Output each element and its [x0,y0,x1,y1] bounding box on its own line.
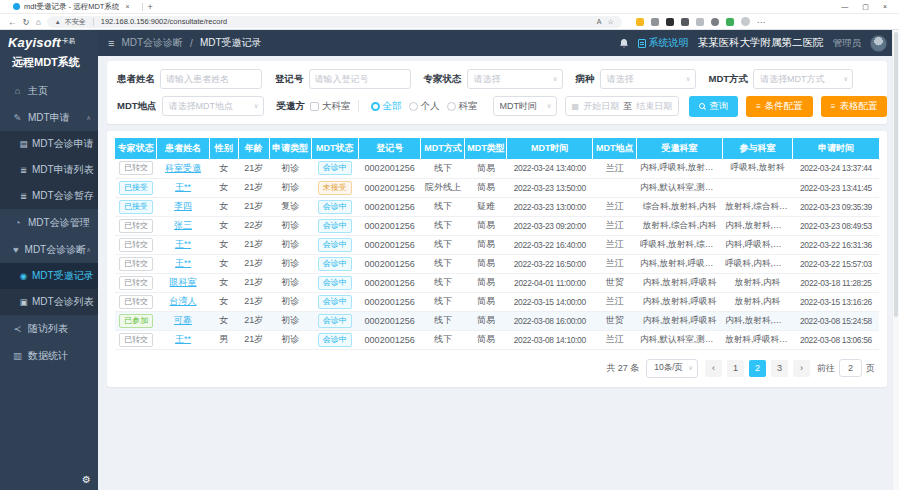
extension-icon[interactable] [726,18,734,26]
new-tab-button[interactable]: + [148,2,153,12]
sidebar-item[interactable]: ◔MDT会诊管理 [0,209,98,236]
sidebar-item[interactable]: ♥MDT会诊诊断∧ [0,236,98,263]
mdt-location-select[interactable]: 请选择MDT地点 ∨ [162,96,264,116]
extension-icon[interactable] [651,18,659,26]
table-cell: 女 [209,292,238,311]
radio-all[interactable] [371,102,380,111]
page-size-select[interactable]: 10条/页 ∨ [646,359,698,378]
expert-status-label: 专家状态 [424,73,462,86]
extension-icon[interactable] [711,18,719,26]
page-button-2[interactable]: 2 [749,360,766,377]
patient-name-link[interactable]: 王** [175,334,191,344]
sidebar-subitem[interactable]: ◉MDT受邀记录 [0,263,98,289]
table-row[interactable]: 已转交王**女21岁初诊会诊中0002001256线下简易2022-03-22 … [115,235,879,254]
back-button[interactable]: ← [8,17,17,27]
date-range-input[interactable]: ▦ 开始日期 至 结束日期 [565,96,680,116]
browser-menu-icon[interactable]: ⋯ [757,17,766,27]
read-aloud-icon[interactable]: A [597,18,602,25]
sidebar-subitem[interactable]: ≣MDT申请列表 [0,157,98,183]
extension-icon[interactable] [681,18,689,26]
table-row[interactable]: 已参加可靠女21岁初诊会诊中0002001256线下简易2022-03-08 1… [115,311,879,330]
sidebar-subitem[interactable]: ≣MDT会诊暂存 [0,183,98,209]
table-cell: 世贸 [593,311,637,330]
table-row[interactable]: 已转交科室受邀女21岁初诊会诊中0002001256线下简易2022-03-24… [115,159,879,178]
table-cell: 王** [157,254,210,273]
window-maximize-button[interactable]: ▢ [862,3,869,11]
list-icon: ≣ [18,165,29,175]
radio-department[interactable] [447,102,456,111]
big-department-label[interactable]: 大科室 [322,100,351,113]
table-row[interactable]: 已转交张三女22岁初诊会诊中0002001256线下简易2022-03-23 0… [115,216,879,235]
page-button-3[interactable]: 3 [771,360,788,377]
extension-icon[interactable] [636,18,644,26]
avatar[interactable] [870,35,887,52]
goto-page-input[interactable] [839,359,862,377]
sidebar-item[interactable]: ≺随访列表 [0,315,98,342]
patient-name-link[interactable]: 王** [175,182,191,192]
favorite-star-icon[interactable]: ☆ [607,18,613,26]
table-cell: 简易 [465,159,507,178]
mdt-mode-select[interactable]: 请选择MDT方式 ∨ [753,69,853,89]
browser-tab[interactable]: mdt受邀记录 - 远程MDT系统 × [6,1,137,13]
patient-name-link[interactable]: 台湾人 [170,296,197,306]
table-cell: 放射科,综合科,内科 [722,197,793,216]
patient-name-input[interactable] [160,69,262,89]
condition-config-button[interactable]: ≡ 条件配置 [746,96,813,117]
address-input[interactable]: ▲ 不安全 192.168.0.156:9002/consultate/reco… [47,16,622,28]
table-row[interactable]: 已转交王**女21岁初诊会诊中0002001256线下简易2022-03-22 … [115,254,879,273]
chevron-down-icon: ∨ [553,75,558,83]
bell-icon[interactable] [619,38,629,49]
patient-name-link[interactable]: 可靠 [174,315,192,325]
sidebar-item[interactable]: ▥数据统计 [0,342,98,369]
disease-select[interactable]: 请选择 ∨ [600,69,696,89]
register-no-input[interactable] [309,69,411,89]
time-field-select[interactable]: MDT时间 ∨ [493,96,557,116]
expert-status-select[interactable]: 请选择 ∨ [467,69,563,89]
radio-person[interactable] [409,102,418,111]
table-row[interactable]: 已接受李四女21岁复诊会诊中0002001256线下疑难2022-03-23 1… [115,197,879,216]
patient-name-link[interactable]: 王** [175,239,191,249]
tab-close-icon[interactable]: × [125,3,129,10]
table-config-button[interactable]: ≡ 表格配置 [821,96,888,117]
patient-name-link[interactable]: 眼科室 [170,277,197,287]
sidebar-subitem[interactable]: ▤MDT会诊申请 [0,131,98,157]
refresh-button[interactable]: ↻ [23,17,30,27]
sidebar-item[interactable]: ✎MDT申请∧ [0,104,98,131]
breadcrumb-parent[interactable]: MDT会诊诊断 [121,36,183,50]
expert-status-badge: 已转交 [119,333,153,347]
tab-favicon-icon [13,3,20,10]
extension-icon[interactable] [696,18,704,26]
patient-name-link[interactable]: 科室受邀 [165,163,201,173]
patient-name-link[interactable]: 李四 [174,201,192,211]
radio-department-label[interactable]: 科室 [459,100,478,113]
table-row[interactable]: 已转交眼科室女21岁初诊会诊中0002001256线下简易2022-04-01 … [115,273,879,292]
collapse-menu-icon[interactable]: ≡ [108,37,114,49]
next-page-button[interactable]: › [793,360,810,377]
browser-profile-icon[interactable] [741,17,750,26]
sidebar-item[interactable]: ⌂主页 [0,77,98,104]
window-minimize-button[interactable]: — [841,3,848,11]
table-row[interactable]: 已接受王**女21岁初诊未接受0002001256院外线上简易2022-03-2… [115,178,879,197]
table-cell: 线下 [421,159,465,178]
page-scrollbar[interactable] [892,30,899,490]
radio-person-label[interactable]: 个人 [421,100,440,113]
sidebar-item-label: MDT申请 [28,111,70,125]
prev-page-button[interactable]: ‹ [705,360,722,377]
big-department-checkbox[interactable] [310,102,319,111]
scrollbar-thumb[interactable] [894,32,898,317]
table-cell: 2022-03-22 16:40:00 [507,235,593,254]
page-button-1[interactable]: 1 [727,360,744,377]
window-close-button[interactable]: × [883,3,887,11]
search-button[interactable]: 查询 [689,96,738,117]
extension-icon[interactable] [666,18,674,26]
table-row[interactable]: 已转交王**男21岁初诊会诊中0002001256线下简易2022-03-08 … [115,330,879,349]
table-cell: 已接受 [115,178,157,197]
sidebar-subitem[interactable]: ▣MDT会诊列表 [0,289,98,315]
gear-icon[interactable]: ⚙ [82,474,91,485]
patient-name-link[interactable]: 张三 [174,220,192,230]
table-row[interactable]: 已转交台湾人女21岁初诊会诊中0002001256线下简易2022-03-15 … [115,292,879,311]
system-help-link[interactable]: 系统说明 [638,36,689,50]
radio-all-label[interactable]: 全部 [383,100,402,113]
home-button[interactable]: ⌂ [36,17,41,27]
patient-name-link[interactable]: 王** [175,258,191,268]
